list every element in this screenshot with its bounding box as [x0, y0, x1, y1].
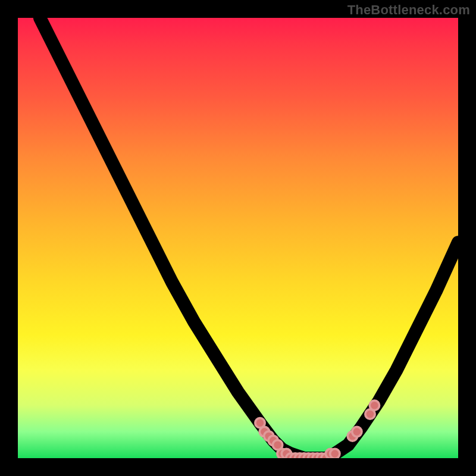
data-point: [352, 427, 362, 436]
data-point: [369, 400, 379, 410]
bottleneck-curve: [40, 18, 458, 458]
chart-frame: TheBottleneck.com: [0, 0, 476, 476]
data-point: [330, 449, 340, 458]
curve-svg: [18, 18, 458, 458]
watermark-text: TheBottleneck.com: [347, 2, 470, 18]
plot-area: [18, 18, 458, 458]
